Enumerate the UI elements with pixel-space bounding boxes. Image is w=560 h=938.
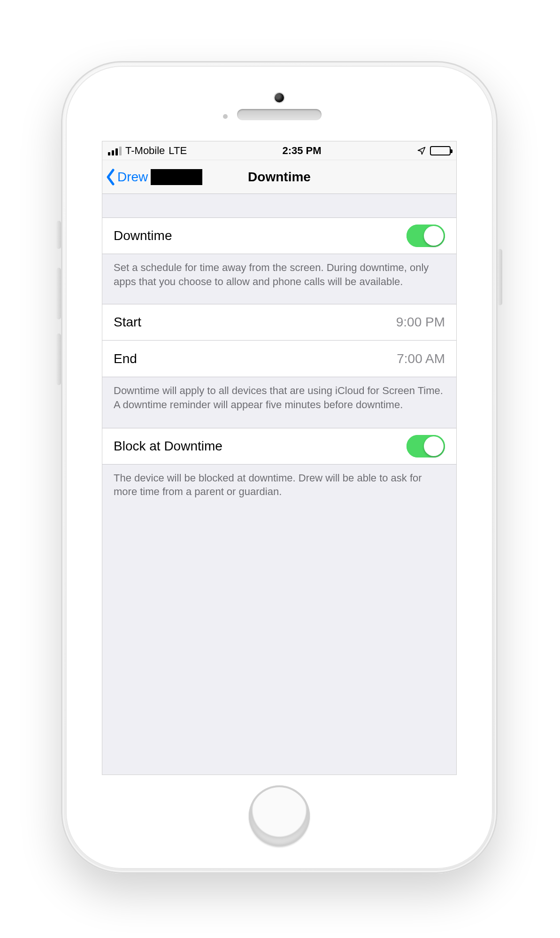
front-camera bbox=[275, 93, 284, 102]
back-label: Drew bbox=[117, 170, 148, 185]
volume-up-button bbox=[56, 268, 61, 319]
status-bar: T-Mobile LTE 2:35 PM bbox=[102, 141, 456, 160]
schedule-description: Downtime will apply to all devices that … bbox=[102, 377, 456, 415]
downtime-toggle[interactable] bbox=[407, 225, 445, 247]
earpiece-speaker bbox=[237, 109, 322, 120]
downtime-toggle-row[interactable]: Downtime bbox=[102, 217, 456, 254]
clock: 2:35 PM bbox=[282, 145, 321, 157]
home-button[interactable] bbox=[249, 785, 310, 846]
block-description: The device will be blocked at downtime. … bbox=[102, 465, 456, 503]
end-value: 7:00 AM bbox=[397, 351, 445, 366]
end-time-row[interactable]: End 7:00 AM bbox=[102, 341, 456, 377]
carrier-label: T-Mobile bbox=[125, 145, 165, 157]
network-label: LTE bbox=[169, 145, 187, 157]
chevron-left-icon bbox=[105, 168, 116, 186]
downtime-label: Downtime bbox=[114, 228, 172, 243]
proximity-sensor bbox=[223, 114, 228, 119]
screen: T-Mobile LTE 2:35 PM Drew bbox=[102, 141, 457, 775]
phone-frame: T-Mobile LTE 2:35 PM Drew bbox=[61, 61, 498, 874]
block-label: Block at Downtime bbox=[114, 439, 222, 454]
location-icon bbox=[417, 146, 426, 155]
start-value: 9:00 PM bbox=[396, 315, 445, 330]
redacted-name bbox=[151, 169, 202, 185]
mute-switch bbox=[56, 221, 61, 249]
power-button bbox=[498, 249, 502, 305]
downtime-description: Set a schedule for time away from the sc… bbox=[102, 254, 456, 292]
battery-icon bbox=[430, 146, 451, 155]
phone-bezel: T-Mobile LTE 2:35 PM Drew bbox=[66, 66, 493, 869]
start-time-row[interactable]: Start 9:00 PM bbox=[102, 304, 456, 341]
back-button[interactable]: Drew bbox=[102, 168, 202, 186]
block-at-downtime-row[interactable]: Block at Downtime bbox=[102, 428, 456, 465]
signal-strength-icon bbox=[108, 146, 122, 155]
block-toggle[interactable] bbox=[407, 435, 445, 457]
end-label: End bbox=[114, 351, 137, 366]
nav-bar: Drew Downtime bbox=[102, 160, 456, 194]
start-label: Start bbox=[114, 315, 141, 330]
volume-down-button bbox=[56, 333, 61, 385]
